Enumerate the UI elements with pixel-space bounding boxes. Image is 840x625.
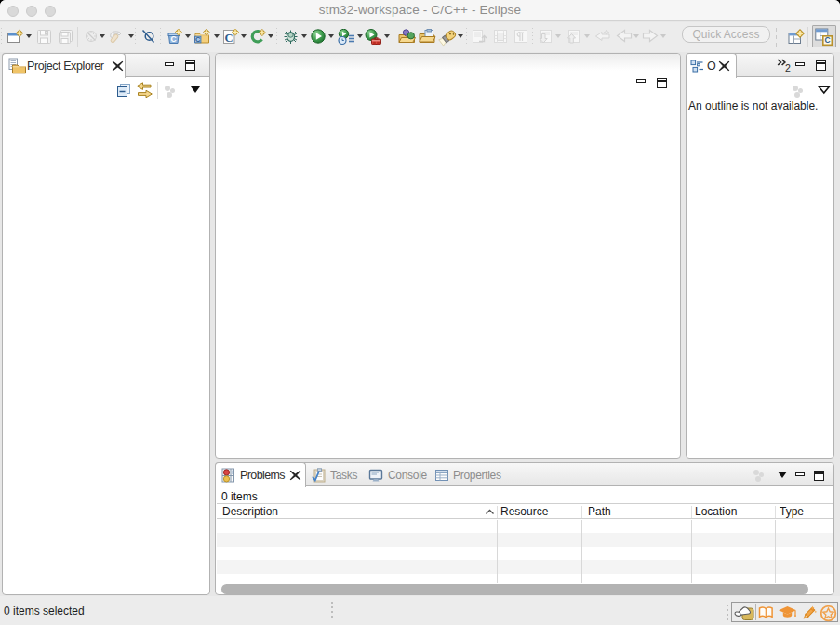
svg-text:C: C xyxy=(195,35,201,44)
svg-text:C: C xyxy=(171,34,177,44)
svg-text:C: C xyxy=(824,35,830,45)
svg-text:C: C xyxy=(224,32,233,45)
